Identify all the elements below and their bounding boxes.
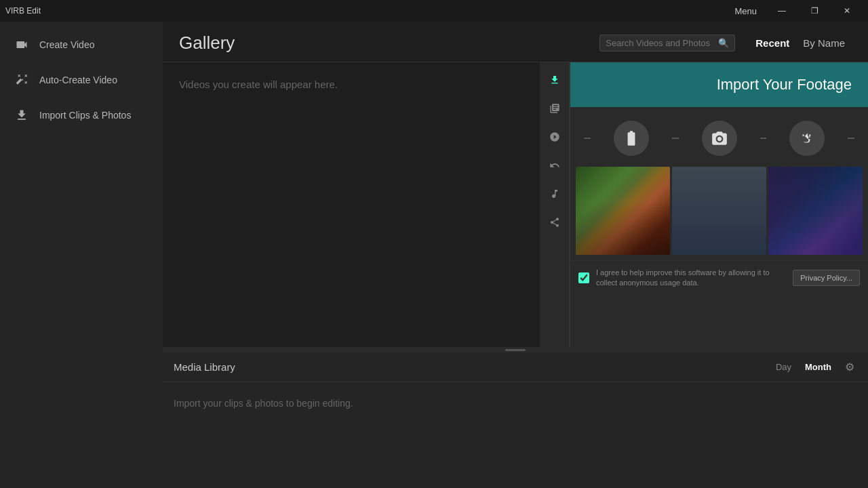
toolbar-edit-button[interactable] — [541, 95, 568, 122]
gallery-content: Videos you create will appear here. — [163, 62, 868, 347]
view-month-button[interactable]: Month — [802, 361, 834, 373]
sidebar-item-import[interactable]: Import Clips & Photos — [0, 98, 163, 133]
thumbnail-strip — [570, 164, 868, 260]
titlebar: VIRB Edit Menu — ❐ ✕ — [0, 0, 868, 22]
gallery-header-right: 🔍 Recent By Name — [599, 35, 852, 52]
titlebar-left: VIRB Edit — [5, 6, 41, 16]
toolbar-share-button[interactable] — [541, 209, 568, 236]
gallery-empty-text: Videos you create will appear here. — [163, 62, 540, 347]
video-camera-icon — [14, 37, 30, 53]
view-day-button[interactable]: Day — [773, 361, 794, 373]
titlebar-controls: Menu — ❐ ✕ — [726, 0, 863, 22]
media-library-empty-text: Import your clips & photos to begin edit… — [174, 398, 353, 409]
connector-middle — [672, 138, 679, 139]
wand-icon — [14, 72, 30, 88]
import-panel: Import Your Footage — [570, 62, 868, 347]
connector-left — [584, 138, 591, 139]
content-area: Gallery 🔍 Recent By Name Videos you crea… — [163, 22, 868, 488]
media-library-title: Media Library — [174, 361, 235, 373]
gallery-header: Gallery 🔍 Recent By Name — [163, 22, 868, 62]
sidebar: Create Video Auto-Create Video Import Cl… — [0, 22, 163, 488]
divider-dots — [505, 349, 526, 351]
privacy-policy-button[interactable]: Privacy Policy... — [793, 270, 860, 286]
minimize-button[interactable]: — — [766, 0, 797, 22]
close-button[interactable]: ✕ — [831, 0, 863, 22]
maximize-button[interactable]: ❐ — [799, 0, 830, 22]
import-icon — [14, 107, 30, 123]
divider-handle[interactable] — [163, 347, 868, 352]
thumbnail-snowboard — [672, 167, 766, 255]
device-icon-camera[interactable] — [702, 121, 737, 156]
connector-right — [760, 138, 767, 139]
media-library-controls: Day Month ⚙ — [773, 359, 857, 375]
device-icon-usb[interactable] — [789, 121, 825, 156]
gallery-title: Gallery — [179, 33, 235, 54]
side-toolbar — [540, 62, 570, 347]
media-library-settings-button[interactable]: ⚙ — [842, 359, 857, 375]
device-icons-row — [570, 107, 868, 164]
search-input[interactable] — [606, 38, 714, 48]
device-icon-device[interactable] — [614, 121, 649, 156]
search-box: 🔍 — [599, 35, 735, 52]
app-name: VIRB Edit — [5, 6, 41, 16]
main-container: Create Video Auto-Create Video Import Cl… — [0, 22, 868, 488]
import-content: I agree to help improve this software by… — [570, 107, 868, 347]
toolbar-undo-button[interactable] — [541, 152, 568, 179]
search-icon: 🔍 — [718, 38, 729, 48]
toolbar-gsensor-button[interactable] — [541, 123, 568, 150]
thumbnail-dark — [768, 167, 863, 255]
import-label: Import Clips & Photos — [39, 110, 131, 121]
connector-far-right — [848, 138, 854, 139]
import-panel-inner: I agree to help improve this software by… — [570, 107, 868, 347]
sort-recent-button[interactable]: Recent — [749, 35, 796, 52]
auto-create-label: Auto-Create Video — [39, 75, 117, 85]
sidebar-item-create-video[interactable]: Create Video — [0, 27, 163, 62]
import-panel-header: Import Your Footage — [570, 62, 868, 107]
toolbar-import-button[interactable] — [541, 66, 568, 94]
toolbar-music-button[interactable] — [541, 180, 568, 207]
menu-button[interactable]: Menu — [726, 0, 765, 22]
media-library-content: Import your clips & photos to begin edit… — [163, 382, 868, 488]
media-library: Media Library Day Month ⚙ Import your cl… — [163, 352, 868, 488]
gallery-section: Gallery 🔍 Recent By Name Videos you crea… — [163, 22, 868, 347]
sidebar-item-auto-create[interactable]: Auto-Create Video — [0, 62, 163, 98]
consent-area: I agree to help improve this software by… — [570, 260, 868, 296]
thumbnail-motocross — [576, 167, 670, 255]
consent-text: I agree to help improve this software by… — [596, 268, 786, 289]
media-library-header: Media Library Day Month ⚙ — [163, 352, 868, 382]
consent-checkbox[interactable] — [578, 272, 589, 283]
sort-by-name-button[interactable]: By Name — [796, 35, 852, 52]
create-video-label: Create Video — [39, 39, 94, 50]
